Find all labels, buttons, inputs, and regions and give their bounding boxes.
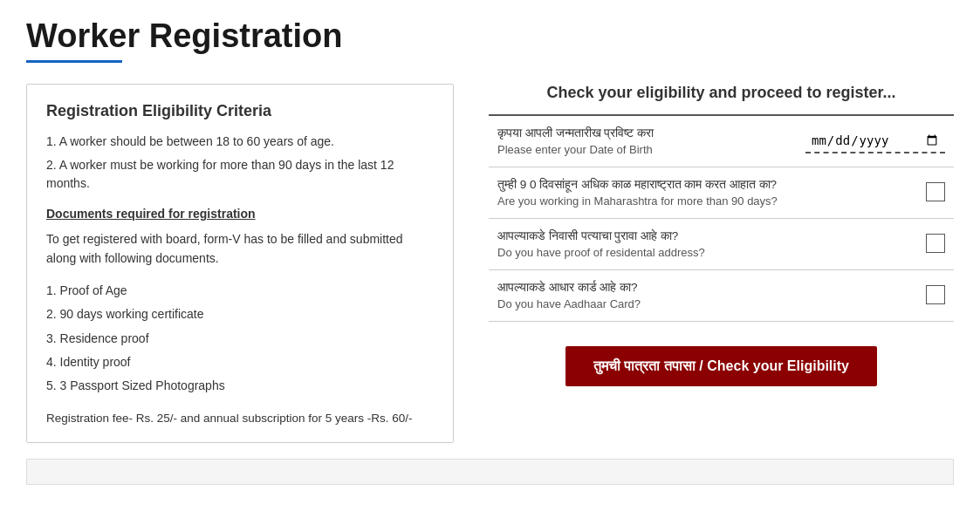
- form-row-residence-marathi: आपल्याकडे निवासी पत्याचा पुरावा आहे का?: [497, 229, 908, 243]
- form-row-residence-english: Do you have proof of residental address?: [497, 246, 908, 259]
- form-row-maharashtra-marathi: तुम्ही 9 0 दिवसांहून अधिक काळ महाराष्ट्र…: [497, 178, 908, 192]
- eligibility-form: कृपया आपली जन्मतारीख प्रविष्ट करा Please…: [489, 114, 954, 322]
- form-row-aadhar: आपल्याकडे आधार कार्ड आहे का? Do you have…: [489, 270, 954, 322]
- form-row-dob: कृपया आपली जन्मतारीख प्रविष्ट करा Please…: [489, 116, 954, 167]
- right-panel: Check your eligibility and proceed to re…: [489, 84, 954, 386]
- check-eligibility-button[interactable]: तुमची पात्रता तपासा / Check your Eligibi…: [565, 346, 877, 386]
- form-row-dob-control[interactable]: [805, 129, 945, 153]
- form-row-dob-english: Please enter your Date of Birth: [497, 143, 788, 156]
- bottom-strip: [26, 459, 954, 485]
- maharashtra-checkbox[interactable]: [926, 182, 945, 201]
- docs-item-4: 4. Identity proof: [46, 352, 434, 371]
- page-title: Worker Registration: [26, 17, 954, 55]
- form-row-aadhar-marathi: आपल्याकडे आधार कार्ड आहे का?: [497, 281, 908, 295]
- form-row-residence: आपल्याकडे निवासी पत्याचा पुरावा आहे का? …: [489, 219, 954, 270]
- form-row-aadhar-control[interactable]: [926, 285, 945, 307]
- criteria-title: Registration Eligibility Criteria: [46, 102, 434, 120]
- form-row-maharashtra: तुम्ही 9 0 दिवसांहून अधिक काळ महाराष्ट्र…: [489, 167, 954, 219]
- criteria-list: 1. A worker should be between 18 to 60 y…: [46, 133, 434, 193]
- form-row-maharashtra-text: तुम्ही 9 0 दिवसांहून अधिक काळ महाराष्ट्र…: [497, 178, 908, 208]
- form-row-maharashtra-control[interactable]: [926, 182, 945, 204]
- page-wrapper: Worker Registration Registration Eligibi…: [0, 0, 980, 502]
- dob-input[interactable]: [805, 129, 945, 153]
- residence-checkbox[interactable]: [926, 234, 945, 253]
- docs-item-5: 5. 3 Passport Sized Photographs: [46, 376, 434, 395]
- title-underline: [26, 60, 122, 63]
- left-panel: Registration Eligibility Criteria 1. A w…: [26, 84, 454, 443]
- criteria-item-1: 1. A worker should be between 18 to 60 y…: [46, 133, 434, 151]
- form-row-dob-text: कृपया आपली जन्मतारीख प्रविष्ट करा Please…: [497, 126, 788, 156]
- form-row-residence-text: आपल्याकडे निवासी पत्याचा पुरावा आहे का? …: [497, 229, 908, 259]
- docs-list: 1. Proof of Age 2. 90 days working certi…: [46, 281, 434, 396]
- form-row-aadhar-text: आपल्याकडे आधार कार्ड आहे का? Do you have…: [497, 281, 908, 310]
- form-row-residence-control[interactable]: [926, 234, 945, 256]
- docs-required-title: Documents required for registration: [46, 207, 434, 221]
- docs-item-1: 1. Proof of Age: [46, 281, 434, 300]
- form-row-dob-marathi: कृपया आपली जन्मतारीख प्रविष्ट करा: [497, 126, 788, 140]
- eligibility-title: Check your eligibility and proceed to re…: [489, 84, 954, 102]
- criteria-item-2: 2. A worker must be working for more tha…: [46, 156, 434, 193]
- reg-fee: Registration fee- Rs. 25/- and annual su…: [46, 412, 434, 425]
- form-row-maharashtra-english: Are you working in Maharashtra for more …: [497, 194, 908, 208]
- docs-item-3: 3. Residence proof: [46, 329, 434, 348]
- docs-description: To get registered with board, form-V has…: [46, 229, 434, 269]
- docs-item-2: 2. 90 days working certificate: [46, 304, 434, 324]
- aadhar-checkbox[interactable]: [926, 285, 945, 304]
- main-content: Registration Eligibility Criteria 1. A w…: [26, 84, 954, 443]
- form-row-aadhar-english: Do you have Aadhaar Card?: [497, 297, 908, 310]
